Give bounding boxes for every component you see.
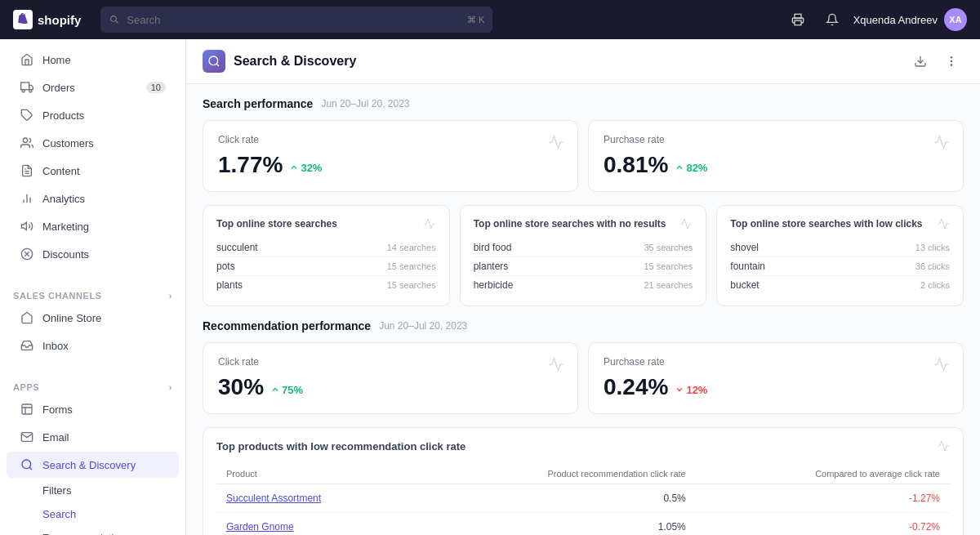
purchase-rate-label: Purchase rate	[604, 134, 948, 145]
sidebar-sub-recommendations[interactable]: Recommendations	[7, 527, 179, 535]
sidebar-item-search-discovery[interactable]: Search & Discovery	[7, 452, 179, 478]
sidebar-item-marketing-label: Marketing	[42, 221, 89, 233]
col-avg-rate: Compared to average click rate	[696, 464, 950, 484]
svg-rect-16	[22, 404, 32, 414]
top-low-clicks-title: Top online store searches with low click…	[730, 217, 950, 230]
table-row: Garden Gnome 1.05% -0.72%	[216, 513, 950, 536]
apps-expand-icon[interactable]: ›	[169, 382, 172, 392]
sidebar-item-content-label: Content	[42, 165, 80, 177]
sidebar-item-search-discovery-label: Search & Discovery	[42, 459, 136, 471]
products-icon	[20, 108, 34, 123]
click-rate-change: 32%	[289, 162, 322, 174]
product-rate-0: 0.5%	[417, 484, 695, 513]
rec-purchase-rate-label: Purchase rate	[604, 356, 948, 368]
product-compared-1: -0.72%	[696, 513, 950, 536]
content-body: Search performance Jun 20–Jul 20, 2023 C…	[186, 84, 980, 535]
search-perf-section-header: Search performance Jun 20–Jul 20, 2023	[203, 97, 964, 110]
purchase-rate-chart-icon	[933, 134, 950, 154]
sidebar-sub-search[interactable]: Search	[7, 503, 179, 525]
analytics-icon	[20, 191, 34, 206]
rec-perf-section-header: Recommendation performance Jun 20–Jul 20…	[203, 319, 964, 332]
product-name-0[interactable]: Succulent Assortment	[216, 484, 417, 513]
sidebar-sub-filters[interactable]: Filters	[7, 479, 179, 502]
top-low-clicks-card: Top online store searches with low click…	[716, 205, 964, 306]
apps-section-header: Apps ›	[0, 372, 185, 395]
svg-point-19	[209, 56, 218, 65]
product-name-1[interactable]: Garden Gnome	[216, 513, 417, 536]
topbar: shopify ⌘ K Xquenda Andreev XA	[0, 0, 980, 39]
table-header-row: Product Product recommendation click rat…	[216, 464, 950, 484]
purchase-rate-change: 82%	[675, 162, 707, 174]
sidebar-item-analytics-label: Analytics	[42, 193, 85, 205]
sidebar-item-discounts[interactable]: Discounts	[7, 241, 179, 267]
sales-channels-expand-icon[interactable]: ›	[169, 291, 172, 301]
sidebar-item-customers-label: Customers	[42, 137, 94, 149]
list-item: plants 15 searches	[216, 276, 436, 294]
rec-kpi-row: Click rate 30% 75% Purchase rate	[203, 342, 964, 414]
sidebar-item-online-store-label: Online Store	[42, 312, 101, 324]
inbox-icon	[20, 338, 34, 353]
rec-click-rate-change: 75%	[270, 384, 303, 396]
discounts-icon	[20, 247, 34, 261]
top-searches-card: Top online store searches succulent 14 s…	[203, 205, 450, 306]
svg-point-3	[22, 90, 24, 92]
click-rate-chart-icon	[548, 134, 564, 154]
rec-purchase-rate-chart-icon	[933, 356, 950, 376]
sidebar-item-orders-label: Orders	[42, 82, 75, 94]
header-actions	[908, 49, 964, 74]
top-products-title: Top products with low recommendation cli…	[216, 439, 950, 453]
product-rate-1: 1.05%	[417, 513, 695, 536]
page-title: Search & Discovery	[234, 54, 908, 69]
list-item: succulent 14 searches	[216, 239, 436, 257]
sidebar-item-content[interactable]: Content	[7, 158, 179, 184]
svg-line-20	[216, 64, 219, 66]
rec-purchase-rate-card: Purchase rate 0.24% 12%	[588, 342, 964, 414]
home-icon	[20, 52, 34, 67]
sidebar-item-orders[interactable]: Orders 10	[7, 74, 179, 100]
topbar-search-bar[interactable]: ⌘ K	[100, 7, 492, 33]
sidebar-item-email[interactable]: Email	[7, 424, 179, 450]
list-item: pots 15 searches	[216, 257, 436, 276]
avatar: XA	[944, 8, 967, 31]
sidebar-item-products[interactable]: Products	[7, 102, 179, 128]
col-rec-rate: Product recommendation click rate	[417, 464, 695, 484]
sidebar-item-online-store[interactable]: Online Store	[7, 305, 179, 331]
sidebar-item-forms[interactable]: Forms	[7, 396, 179, 422]
rec-perf-date: Jun 20–Jul 20, 2023	[379, 320, 467, 332]
topbar-actions: Xquenda Andreev XA	[785, 7, 967, 33]
rec-click-rate-label: Click rate	[218, 356, 563, 368]
search-tables-row: Top online store searches succulent 14 s…	[203, 205, 964, 306]
svg-marker-12	[21, 222, 26, 230]
list-item: fountain 36 clicks	[730, 257, 950, 276]
topbar-search-input[interactable]	[127, 14, 461, 26]
list-item: herbicide 21 searches	[474, 276, 693, 294]
more-options-icon-btn[interactable]	[939, 49, 964, 74]
svg-point-24	[951, 65, 951, 65]
orders-icon	[20, 80, 34, 95]
top-searches-title: Top online store searches	[216, 217, 436, 230]
content-icon	[20, 163, 34, 178]
export-icon-btn[interactable]	[908, 49, 933, 74]
notification-icon-btn[interactable]	[819, 7, 845, 33]
sidebar-item-home[interactable]: Home	[7, 47, 179, 73]
user-menu[interactable]: Xquenda Andreev XA	[853, 8, 967, 31]
sidebar-item-inbox[interactable]: Inbox	[7, 332, 179, 359]
store-icon	[20, 310, 34, 325]
sidebar-item-home-label: Home	[42, 54, 71, 66]
list-item: bucket 2 clicks	[730, 276, 950, 294]
list-item: shovel 13 clicks	[730, 239, 950, 257]
search-perf-date: Jun 20–Jul 20, 2023	[321, 98, 409, 109]
user-name: Xquenda Andreev	[853, 14, 938, 26]
logo: shopify	[13, 10, 81, 29]
logo-text: shopify	[38, 13, 81, 27]
sidebar-item-analytics[interactable]: Analytics	[7, 185, 179, 212]
svg-point-6	[23, 138, 27, 142]
logo-icon	[13, 10, 33, 29]
forms-icon	[20, 402, 34, 417]
click-rate-value: 1.77% 32%	[218, 152, 563, 178]
sidebar-item-marketing[interactable]: Marketing	[7, 213, 179, 239]
search-perf-title: Search performance	[203, 97, 313, 110]
sidebar-item-customers[interactable]: Customers	[7, 130, 179, 156]
print-icon-btn[interactable]	[785, 7, 811, 33]
customers-icon	[20, 136, 34, 150]
